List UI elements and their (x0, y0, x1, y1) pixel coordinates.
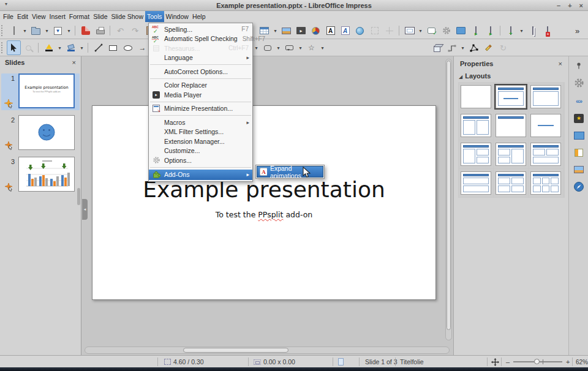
menu-item-color-replacer[interactable]: Color Replacer (149, 81, 252, 91)
horizontal-scrollbar-thumb[interactable] (183, 348, 288, 353)
zoom-level[interactable]: 62% (576, 356, 588, 368)
menu-edit[interactable]: Edit (15, 11, 30, 22)
menu-item-minimize-presentation[interactable]: Minimize Presentation... (149, 104, 252, 114)
tab-properties[interactable] (571, 75, 587, 91)
insert-comment-button[interactable] (424, 23, 439, 38)
layout-title-content[interactable] (530, 85, 561, 108)
symbol-shapes-dropdown[interactable] (253, 40, 260, 55)
hide-panel-button[interactable]: ◂ (82, 199, 88, 220)
tab-gallery[interactable] (571, 162, 587, 178)
menu-view[interactable]: View (30, 11, 48, 22)
menu-item-spelling[interactable]: ABC✓Spelling...F7 (149, 24, 252, 34)
menu-window[interactable]: Window (164, 11, 190, 22)
star-shapes-dropdown[interactable] (319, 40, 326, 55)
new-slide-button[interactable] (503, 23, 518, 38)
line-color-button[interactable] (42, 40, 56, 55)
slide-canvas[interactable]: Example presentation To test the PPsplit… (92, 105, 436, 300)
insert-media-button[interactable] (294, 23, 308, 38)
minimize-button[interactable]: – (557, 0, 560, 11)
start-slideshow-button[interactable] (469, 23, 483, 38)
menu-item-options[interactable]: Options... (149, 156, 252, 165)
fill-color-button[interactable] (64, 40, 78, 55)
layouts-section-header[interactable]: ◢Layouts (459, 72, 491, 80)
menu-format[interactable]: Format (67, 11, 91, 22)
slides-panel-scrollbar[interactable] (77, 188, 80, 205)
layout-six-content[interactable] (530, 171, 561, 195)
horizontal-scrollbar[interactable] (85, 347, 450, 354)
menu-item-macros[interactable]: Macros▸ (149, 118, 252, 127)
fontwork-button[interactable]: A (338, 23, 352, 38)
fill-color-dropdown[interactable] (78, 40, 85, 55)
insert-line-button[interactable] (91, 40, 105, 55)
new-slide-dropdown[interactable] (518, 23, 525, 38)
menu-item-xml-filter-settings[interactable]: XML Filter Settings... (149, 127, 252, 137)
new-dropdown[interactable] (21, 23, 28, 38)
close-button[interactable]: × (579, 0, 583, 11)
open-button[interactable] (29, 23, 43, 38)
slide-1-thumbnail[interactable]: Example presentation To test the PPsplit… (18, 73, 75, 108)
save-button[interactable] (51, 23, 65, 38)
3d-objects-button[interactable] (430, 40, 444, 55)
menu-item-language[interactable]: Language▸ (149, 53, 252, 63)
start-from-current-button[interactable] (483, 23, 497, 38)
master-slide-dropdown[interactable] (417, 23, 424, 38)
tab-table-design[interactable] (571, 144, 587, 160)
menu-item-customize[interactable]: Customize... (149, 146, 252, 156)
toolbar-grip[interactable] (1, 25, 5, 36)
slide-title-text[interactable]: Example presentation (92, 177, 435, 202)
insert-image-button[interactable] (279, 23, 293, 38)
open-dropdown[interactable] (43, 23, 50, 38)
layout-two-content-over-content[interactable] (530, 143, 561, 166)
print-button[interactable] (93, 23, 107, 38)
layout-content-over-content[interactable] (461, 171, 491, 195)
basic-shapes-dropdown[interactable] (275, 40, 282, 55)
slide-thumbnail-row-1[interactable]: 1 Example presentation To test the PPspl… (1, 73, 80, 110)
slide-3-thumbnail[interactable] (18, 157, 75, 192)
toolbar-grip[interactable] (1, 42, 5, 53)
layout-name[interactable]: Titelfolie (400, 356, 424, 368)
hyperlink-button[interactable] (353, 23, 367, 38)
maximize-button[interactable]: + (568, 0, 571, 11)
layout-four-content[interactable] (496, 171, 526, 195)
menu-item-media-player[interactable]: Media Player (149, 90, 252, 100)
zoom-in-button[interactable]: + (566, 356, 570, 368)
menu-slide-show[interactable]: Slide Show (109, 11, 145, 22)
document-modified-icon[interactable] (338, 358, 344, 365)
slides-panel-close-button[interactable]: × (72, 59, 76, 66)
insert-table-dropdown[interactable] (272, 23, 279, 38)
master-slide-button[interactable] (402, 23, 417, 38)
menu-help[interactable]: Help (190, 11, 208, 22)
zoom-out-button[interactable]: – (506, 356, 510, 368)
zoom-slider-handle[interactable] (534, 359, 540, 364)
slide-properties-button[interactable] (439, 23, 453, 38)
zoom-slider[interactable] (513, 361, 562, 362)
menu-item-extension-manager[interactable]: Extension Manager... (149, 137, 252, 146)
glue-points-button[interactable] (481, 40, 496, 55)
edit-points-button[interactable] (467, 40, 481, 55)
vertical-scrollbar[interactable] (445, 59, 452, 340)
delete-slide-button[interactable] (540, 23, 554, 38)
menu-tools[interactable]: Tools (145, 11, 164, 22)
tab-slide-transition[interactable]: «» (571, 93, 587, 109)
toolbar-overflow-button[interactable] (570, 23, 584, 38)
slide-thumbnail-row-3[interactable]: 3 (1, 157, 80, 193)
layout-title-only[interactable] (496, 114, 526, 137)
vertical-scrollbar-thumb[interactable] (447, 61, 451, 330)
insert-textbox-button[interactable]: A (323, 23, 337, 38)
tab-navigator[interactable] (571, 179, 587, 195)
callout-shapes-dropdown[interactable] (297, 40, 304, 55)
layout-centered-text[interactable] (530, 114, 561, 137)
line-color-dropdown[interactable] (56, 40, 63, 55)
select-tool-button[interactable] (7, 40, 21, 55)
slide-thumbnail-row-2[interactable]: 2 (1, 115, 80, 152)
arrow-tool-button[interactable] (135, 40, 149, 55)
window-menu-icon[interactable]: ▾ (5, 1, 7, 7)
connector-dropdown[interactable] (459, 40, 466, 55)
connector-button[interactable] (445, 40, 459, 55)
menu-item-add-ons[interactable]: Add-Ons▸ (149, 170, 252, 180)
tab-animation[interactable]: ★ (571, 110, 587, 126)
slide-subtitle-text[interactable]: To test the PPsplit add-on (92, 210, 435, 219)
fit-slide-button[interactable] (491, 356, 499, 368)
layout-title-content-selected[interactable] (496, 85, 526, 108)
insert-chart-button[interactable] (309, 23, 323, 38)
